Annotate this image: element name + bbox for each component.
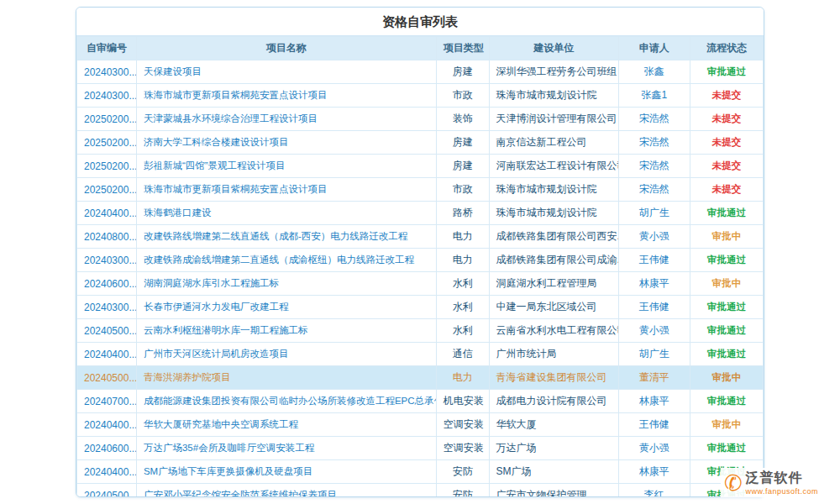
cell-review-id[interactable]: 20240400... [77, 343, 137, 366]
cell-applicant[interactable]: 王伟健 [618, 413, 690, 437]
table-row[interactable]: 20240500...青海洪湖养护院项目电力青海省建设集团有限公司董清平审批中 [77, 366, 764, 390]
cell-project-name[interactable]: 珠海市城市更新项目紫桐苑安置点设计项目 [136, 178, 436, 202]
table-row[interactable]: 20240300...珠海市城市更新项目紫桐苑安置点设计项目市政珠海市城市规划设… [77, 84, 764, 108]
cell-project-name[interactable]: 成都能源建设集团投资有限公司临时办公场所装修改造工程EPC总承包项目 [136, 390, 436, 413]
cell-build-unit: 珠海市城市规划设计院 [489, 178, 618, 202]
cell-project-name[interactable]: 改建铁路线增建第二线直通线（成都-西安）电力线路迁改工程 [136, 225, 436, 249]
cell-review-id[interactable]: 20240600... [77, 272, 137, 296]
cell-review-id[interactable]: 20240300... [77, 84, 137, 108]
table-row[interactable]: 20240300...长春市伊通河水力发电厂改建工程水利中建一局东北区域公司王伟… [77, 296, 764, 319]
cell-applicant[interactable]: 宋浩然 [618, 108, 690, 131]
table-row[interactable]: 20240300...改建铁路成渝线增建第二直通线（成渝枢纽）电力线路迁改工程电… [77, 249, 764, 272]
cell-project-type: 电力 [436, 366, 489, 390]
cell-project-name[interactable]: 改建铁路成渝线增建第二直通线（成渝枢纽）电力线路迁改工程 [136, 249, 436, 272]
page-title: 资格自审列表 [76, 8, 764, 36]
table-row[interactable]: 20250200...济南大学工科综合楼建设设计项目房建南京信达新工程公司宋浩然… [77, 131, 764, 155]
cell-status-badge: 审批通过 [690, 319, 763, 343]
table-row[interactable]: 20240800...改建铁路线增建第二线直通线（成都-西安）电力线路迁改工程电… [77, 225, 764, 249]
table-row[interactable]: 20240400...广州市天河区统计局机房改造项目通信广州市统计局胡广生审批通… [77, 343, 764, 366]
cell-build-unit: 南京信达新工程公司 [489, 131, 618, 155]
cell-applicant[interactable]: 宋浩然 [618, 178, 690, 202]
cell-review-id[interactable]: 20240300... [77, 60, 137, 84]
cell-review-id[interactable]: 20250200... [77, 108, 137, 131]
cell-review-id[interactable]: 20240500... [77, 319, 137, 343]
cell-project-name[interactable]: 长春市伊通河水力发电厂改建工程 [136, 296, 436, 319]
cell-review-id[interactable]: 20240300... [77, 249, 137, 272]
cell-applicant[interactable]: 王伟健 [618, 249, 690, 272]
cell-project-type: 房建 [436, 60, 489, 84]
cell-project-name[interactable]: 云南水利枢纽潜明水库一期工程施工标 [136, 319, 436, 343]
cell-review-id[interactable]: 20240400... [77, 460, 137, 484]
cell-review-id[interactable]: 20240300... [77, 296, 137, 319]
cell-applicant[interactable]: 张鑫 [618, 60, 690, 84]
cell-review-id[interactable]: 20240400... [77, 413, 137, 437]
cell-applicant[interactable]: 林康平 [618, 390, 690, 413]
table-row[interactable]: 20240700...成都能源建设集团投资有限公司临时办公场所装修改造工程EPC… [77, 390, 764, 413]
cell-applicant[interactable]: 董清平 [618, 366, 690, 390]
cell-review-id[interactable]: 20240700... [77, 390, 137, 413]
cell-project-name[interactable]: 天津蒙城县水环境综合治理工程设计项目 [136, 108, 436, 131]
cell-status-badge: 审批通过 [690, 437, 763, 460]
cell-applicant[interactable]: 胡广生 [618, 202, 690, 225]
cell-applicant[interactable]: 张鑫1 [618, 84, 690, 108]
cell-status-badge: 审批通过 [690, 249, 763, 272]
table-row[interactable]: 20250200...天津蒙城县水环境综合治理工程设计项目装饰天津博润设计管理有… [77, 108, 764, 131]
cell-applicant[interactable]: 宋浩然 [618, 155, 690, 178]
table-row[interactable]: 20240400...珠海鹤港口建设路桥珠海市城市规划设计院胡广生审批通过 [77, 202, 764, 225]
table-row[interactable]: 20240400...SM广场地下车库更换摄像机及硬盘项目安防SM广场林康平审批… [77, 460, 764, 484]
cell-applicant[interactable]: 宋浩然 [618, 131, 690, 155]
table-row[interactable]: 20240600...万达广场35#会所及咖啡厅空调安装工程空调安装万达广场黄小… [77, 437, 764, 460]
col-header-id: 自审编号 [77, 37, 137, 60]
cell-review-id[interactable]: 20240500... [77, 366, 137, 390]
cell-review-id[interactable]: 20240500... [77, 484, 137, 498]
cell-applicant[interactable]: 黄小强 [618, 319, 690, 343]
cell-build-unit: 河南联宏达工程设计有限公司 [489, 155, 618, 178]
cell-project-name[interactable]: 彭祖新城“四馆”景观工程设计项目 [136, 155, 436, 178]
cell-project-type: 电力 [436, 249, 489, 272]
col-header-type: 项目类型 [436, 37, 489, 60]
cell-applicant[interactable]: 林康平 [618, 272, 690, 296]
qualification-review-panel: 资格自审列表 自审编号 项目名称 项目类型 建设单位 申请人 流程状态 2024… [76, 7, 764, 497]
table-row[interactable]: 20240300...天保建设项目房建深圳华强工程劳务公司班组张鑫审批通过 [77, 60, 764, 84]
table-row[interactable]: 20240500...广安邓小平纪念馆安全防范系统维护保养项目安防广安市文物保护… [77, 484, 764, 498]
cell-project-name[interactable]: 华软大厦研究基地中央空调系统工程 [136, 413, 436, 437]
cell-project-name[interactable]: 天保建设项目 [136, 60, 436, 84]
cell-review-id[interactable]: 20250200... [77, 178, 137, 202]
cell-applicant[interactable]: 王伟健 [618, 296, 690, 319]
cell-project-name[interactable]: 湖南洞庭湖水库引水工程施工标 [136, 272, 436, 296]
cell-applicant[interactable]: 黄小强 [618, 437, 690, 460]
cell-project-type: 水利 [436, 319, 489, 343]
col-header-name: 项目名称 [136, 37, 436, 60]
cell-project-name[interactable]: 珠海市城市更新项目紫桐苑安置点设计项目 [136, 84, 436, 108]
table-row[interactable]: 20250200...珠海市城市更新项目紫桐苑安置点设计项目市政珠海市城市规划设… [77, 178, 764, 202]
cell-project-name[interactable]: 济南大学工科综合楼建设设计项目 [136, 131, 436, 155]
table-row[interactable]: 20240400...华软大厦研究基地中央空调系统工程空调安装华软大厦王伟健审批… [77, 413, 764, 437]
cell-project-type: 安防 [436, 460, 489, 484]
cell-review-id[interactable]: 20250200... [77, 131, 137, 155]
cell-review-id[interactable]: 20240400... [77, 202, 137, 225]
cell-project-name[interactable]: 广州市天河区统计局机房改造项目 [136, 343, 436, 366]
cell-project-name[interactable]: 万达广场35#会所及咖啡厅空调安装工程 [136, 437, 436, 460]
cell-project-name[interactable]: 珠海鹤港口建设 [136, 202, 436, 225]
cell-applicant[interactable]: 林康平 [618, 460, 690, 484]
cell-project-name[interactable]: SM广场地下车库更换摄像机及硬盘项目 [136, 460, 436, 484]
table-row[interactable]: 20240500...云南水利枢纽潜明水库一期工程施工标水利云南省水利水电工程有… [77, 319, 764, 343]
cell-build-unit: 珠海市城市规划设计院 [489, 84, 618, 108]
cell-applicant[interactable]: 胡广生 [618, 343, 690, 366]
cell-project-type: 市政 [436, 178, 489, 202]
cell-project-type: 房建 [436, 155, 489, 178]
cell-applicant[interactable]: 李红 [618, 484, 690, 498]
cell-review-id[interactable]: 20240600... [77, 437, 137, 460]
cell-project-type: 通信 [436, 343, 489, 366]
table-row[interactable]: 20240600...湖南洞庭湖水库引水工程施工标水利洞庭湖水利工程管理局林康平… [77, 272, 764, 296]
cell-review-id[interactable]: 20240800... [77, 225, 137, 249]
cell-project-type: 安防 [436, 484, 489, 498]
cell-project-name[interactable]: 青海洪湖养护院项目 [136, 366, 436, 390]
col-header-unit: 建设单位 [489, 37, 618, 60]
table-row[interactable]: 20250200...彭祖新城“四馆”景观工程设计项目房建河南联宏达工程设计有限… [77, 155, 764, 178]
cell-build-unit: 深圳华强工程劳务公司班组 [489, 60, 618, 84]
cell-review-id[interactable]: 20250200... [77, 155, 137, 178]
cell-project-name[interactable]: 广安邓小平纪念馆安全防范系统维护保养项目 [136, 484, 436, 498]
cell-applicant[interactable]: 黄小强 [618, 225, 690, 249]
cell-status-badge: 未提交 [690, 178, 763, 202]
